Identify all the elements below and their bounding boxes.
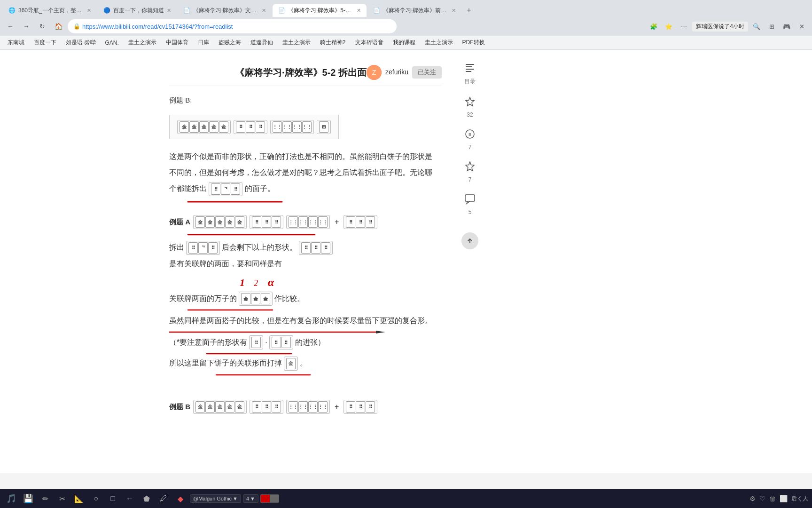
tab-2-close[interactable]: ✕ (167, 8, 171, 14)
tab-5-title: 《麻将学习·牌效率》前言·目录 (383, 7, 449, 15)
tile: ⊞ (319, 121, 328, 133)
comment-count: 5 (468, 209, 472, 215)
tab-4-title: 《麻将学习·牌效率》5-2 拆出面子 (288, 7, 354, 15)
follow-button[interactable]: 已关注 (412, 66, 442, 79)
bookmark-5[interactable]: 圭土之演示 (125, 38, 160, 48)
url-bar[interactable]: 🔒 https://www.bilibili.com/read/cv151743… (68, 19, 397, 33)
bookmark-13[interactable]: 我的课程 (389, 38, 419, 48)
example-a-tiles-2: ⠿ ⠿ ⠿ (250, 215, 283, 229)
example-b-tiles-3: ⋮⋮ ⋮⋮ ⋮⋮ ⋮⋮ (286, 400, 330, 414)
example-a-conclusion: 所以这里留下饼子的关联形而打掉 金 。 (169, 356, 442, 370)
svg-rect-13 (466, 66, 472, 67)
tile: ⋮⋮ (318, 401, 328, 413)
user-bar: Z zefuriku 已关注 (367, 65, 442, 80)
page-wrapper: 《麻将学习·牌效率》5-2 拆出面子 Z zefuriku 已关注 例题 B: (0, 50, 812, 473)
grid-button[interactable]: ⊞ (765, 20, 778, 33)
tab-1[interactable]: 🌐 360导航_一个主页，整个世界 ✕ (3, 4, 97, 17)
tile: ⠿ (188, 242, 198, 254)
bookmark-9[interactable]: 道逢异仙 (247, 38, 277, 48)
bookmark-12[interactable]: 文本碎语音 (351, 38, 387, 48)
tile: 金 (225, 401, 234, 413)
bookmark-4[interactable]: GAN. (102, 39, 123, 47)
user-profile[interactable]: 辉瑞医保说了4小时 (692, 22, 748, 32)
bookmark-14[interactable]: 圭土之演示 (421, 38, 457, 48)
conclusion-prefix: 所以这里留下饼子的关联形而打掉 (169, 356, 282, 370)
tab-2-favicon: 🔵 (103, 7, 110, 14)
desc2-prefix: 关联牌两面的万子的 (169, 292, 237, 306)
toc-button[interactable]: 目录 (461, 59, 478, 86)
tab-1-favicon: 🌐 (8, 7, 16, 14)
example-b-box: 金 金 金 金 金 ⠿ ⠿ ⠿ ⋮⋮ ⋮⋮ (169, 115, 339, 139)
new-tab-button[interactable]: + (462, 4, 476, 17)
tile: 金 (209, 121, 219, 133)
bookmark-6-label: 中国体育 (166, 39, 188, 47)
tile: ⠿ (246, 121, 255, 133)
tile: 金 (180, 121, 189, 133)
tile-set-1: 金 金 金 金 金 (177, 120, 231, 134)
tab-3[interactable]: 📄 《麻将学习·牌效率》文集 哔哩哔... ✕ (178, 4, 272, 17)
tile: ⠿ (272, 337, 281, 348)
star-button[interactable]: 7 (461, 158, 478, 183)
bookmark-star[interactable]: ⭐ (662, 20, 675, 33)
tile: ⠿ (208, 242, 218, 254)
svg-rect-15 (466, 71, 471, 72)
comment-button[interactable]: 5 (461, 190, 478, 215)
scroll-top-icon (461, 232, 478, 249)
like-button[interactable]: 32 (461, 93, 478, 118)
bookmark-8[interactable]: 盗贼之海 (215, 38, 245, 48)
address-bar: ← → ↻ 🏠 🔒 https://www.bilibili.com/read/… (0, 17, 812, 36)
para-1-text: 这是两个似是而非的形状，正确的打法也是不相同的。虽然能明白饼子的形状是 (169, 152, 432, 160)
example-a-row: 例题 A 金 金 金 金 金 ⠿ ⠿ ⠿ ⋮⋮ ⋮⋮ ⋮⋮ ⋮⋮ (169, 215, 442, 229)
bookmark-7[interactable]: 日库 (194, 38, 213, 48)
toc-label: 目录 (464, 78, 476, 86)
red-line-6 (169, 373, 442, 377)
tile: ⠿ (211, 183, 220, 195)
tile: ⠿ (256, 121, 265, 133)
game-button[interactable]: 🎮 (780, 20, 793, 33)
tile: 金 (195, 216, 205, 228)
para-3-prefix: 个都能拆出 (169, 184, 207, 192)
example-b-label: 例题 B (169, 400, 190, 414)
bookmark-4-label: GAN. (105, 40, 119, 46)
bookmark-6[interactable]: 中国体育 (162, 38, 192, 48)
bookmark-10[interactable]: 圭土之演示 (279, 38, 314, 48)
extensions-button[interactable]: 🧩 (647, 20, 660, 33)
tab-5-close[interactable]: ✕ (452, 8, 456, 14)
refresh-button[interactable]: ↻ (36, 20, 49, 33)
bookmark-12-label: 文本碎语音 (355, 39, 383, 47)
svg-rect-18 (465, 195, 475, 201)
tile-set-2: ⠿ ⠿ ⠿ (234, 120, 267, 134)
close-browser-button[interactable]: ✕ (795, 20, 808, 33)
inline-tile-para3: ⠿ ⠙ ⠿ (209, 182, 242, 196)
back-button[interactable]: ← (4, 20, 17, 33)
search-button[interactable]: 🔍 (750, 20, 763, 33)
coin-count: 7 (468, 144, 472, 151)
desc2-suffix: 作比较。 (274, 292, 304, 306)
tab-1-close[interactable]: ✕ (87, 8, 91, 14)
example-a-label: 例题 A (169, 215, 190, 229)
forward-button[interactable]: → (20, 20, 33, 33)
bookmark-11[interactable]: 骑士精神2 (316, 38, 350, 48)
tab-3-favicon: 📄 (183, 7, 190, 14)
tab-2[interactable]: 🔵 百度一下，你就知道 ✕ (98, 4, 177, 17)
bookmark-3[interactable]: 如是语 @哔 (62, 38, 100, 48)
tab-4-close[interactable]: ✕ (357, 8, 361, 14)
tile: 金 (235, 401, 244, 413)
bookmark-1[interactable]: 东南城 (4, 38, 28, 48)
para-1: 这是两个似是而非的形状，正确的打法也是不相同的。虽然能明白饼子的形状是 (169, 150, 442, 164)
tile: ⠿ (252, 401, 261, 413)
bookmark-7-label: 日库 (198, 39, 209, 47)
scroll-top-button[interactable] (461, 232, 478, 249)
tile: ⠿ (346, 401, 355, 413)
coin-button[interactable]: B 7 (461, 126, 478, 151)
tab-4[interactable]: 📄 《麻将学习·牌效率》5-2 拆出面子 ✕ (273, 4, 367, 17)
bookmark-3-label: 如是语 @哔 (66, 39, 96, 47)
tab-5[interactable]: 📄 《麻将学习·牌效率》前言·目录 ✕ (367, 4, 461, 17)
settings-button[interactable]: ⋯ (677, 20, 690, 33)
tile: 金 (195, 401, 205, 413)
bookmark-2[interactable]: 百度一下 (30, 38, 60, 48)
bookmark-15[interactable]: PDF转换 (459, 38, 489, 48)
home-button[interactable]: 🏠 (52, 20, 65, 33)
tab-3-close[interactable]: ✕ (262, 8, 266, 14)
browser-actions: 🧩 ⭐ ⋯ 辉瑞医保说了4小时 🔍 ⊞ 🎮 ✕ (647, 20, 808, 33)
